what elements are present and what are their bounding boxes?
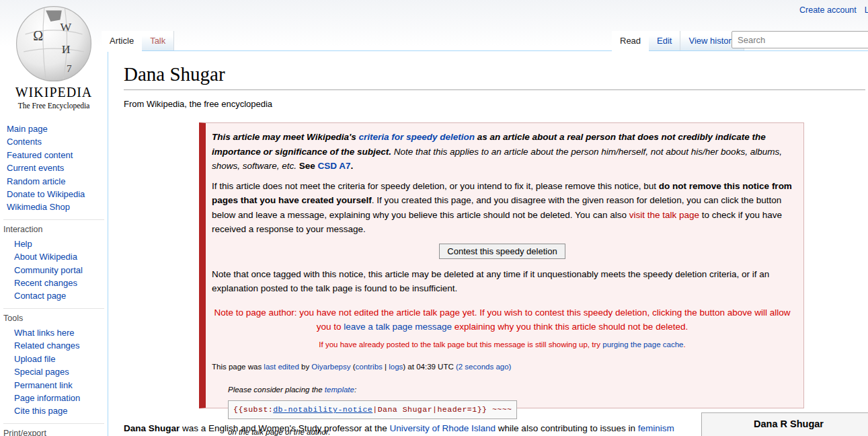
notice-text: (: [351, 363, 356, 371]
globe-glyph-omega: Ω: [33, 28, 43, 43]
user-oiyarbepsy-link[interactable]: Oiyarbepsy: [311, 363, 350, 371]
sidebar-item-what-links-here[interactable]: What links here: [14, 328, 75, 338]
notice-text: .: [351, 161, 354, 171]
notice-text: See: [297, 161, 318, 171]
sidebar-item-special-pages[interactable]: Special pages: [14, 367, 69, 377]
sidebar-section-print-export: Print/export Create a book: [3, 423, 104, 436]
sidebar-section-interaction: Interaction Help About Wikipedia Communi…: [3, 219, 104, 303]
notice-text: This page was: [212, 363, 264, 371]
sidebar-heading-tools: Tools: [3, 313, 104, 324]
login-link[interactable]: Lo: [865, 5, 868, 15]
globe-glyph-i: И: [62, 42, 71, 56]
university-of-rhode-island-link[interactable]: University of Rhode Island: [390, 423, 496, 433]
globe-glyph-w: W: [60, 20, 71, 34]
db-notability-notice-link[interactable]: db-notability-notice: [273, 405, 372, 414]
sidebar-item-random-article[interactable]: Random article: [7, 176, 65, 186]
sidebar-item-recent-changes[interactable]: Recent changes: [14, 278, 77, 288]
code-text: |Dana Shugar|header=1}} ~~~~: [372, 405, 512, 414]
speedy-deletion-notice: This article may meet Wikipedia's criter…: [199, 122, 804, 408]
sidebar-main-links: Main page Contents Featured content Curr…: [0, 122, 107, 214]
note-to-page-author: Note to page author: you have not edited…: [212, 305, 793, 334]
leave-talk-page-message-link[interactable]: leave a talk page message: [344, 322, 452, 332]
code-text: {{subst:: [233, 405, 273, 414]
sidebar: Main page Contents Featured content Curr…: [0, 122, 107, 436]
tab-article[interactable]: Article: [102, 31, 142, 52]
notice-text: Please consider placing the: [228, 386, 325, 394]
notice-text: :: [354, 386, 356, 394]
sidebar-heading-interaction: Interaction: [3, 224, 104, 235]
sidebar-item-donate[interactable]: Donate to Wikipedia: [7, 189, 85, 199]
wikipedia-logo[interactable]: Ω W И 7 WIKIPEDIA The Free Encyclopedia: [0, 0, 108, 114]
sidebar-item-upload-file[interactable]: Upload file: [14, 354, 55, 364]
search-input[interactable]: [732, 31, 868, 48]
notice-paragraph-2: If this article does not meet the criter…: [212, 179, 793, 237]
sidebar-item-current-events[interactable]: Current events: [7, 163, 64, 173]
notice-text: If you have already posted to the talk p…: [319, 340, 602, 349]
sidebar-item-wikimedia-shop[interactable]: Wikimedia Shop: [7, 202, 70, 212]
sidebar-item-page-information[interactable]: Page information: [14, 393, 80, 403]
purging-page-cache-link[interactable]: purging the page cache: [602, 340, 683, 349]
notice-text: by: [299, 363, 312, 371]
sidebar-item-community-portal[interactable]: Community portal: [14, 265, 83, 275]
wikipedia-globe-icon: Ω W И 7: [14, 4, 93, 83]
sidebar-item-contact-page[interactable]: Contact page: [14, 291, 66, 301]
wikipedia-wordmark: WIKIPEDIA: [0, 85, 108, 100]
csd-a7-link[interactable]: CSD A7: [318, 161, 351, 171]
create-account-link[interactable]: Create account: [799, 5, 857, 15]
infobox-title: Dana R Shugar: [702, 419, 868, 429]
page-tabs-left: Article Talk: [102, 31, 174, 52]
notice-text: If this article does not meet the criter…: [212, 181, 659, 191]
criteria-for-speedy-deletion-link[interactable]: criteria for speedy deletion: [358, 132, 475, 142]
sidebar-item-contents[interactable]: Contents: [7, 137, 42, 147]
notice-text: explaining why you think this article sh…: [452, 322, 688, 332]
sidebar-item-main-page[interactable]: Main page: [7, 124, 48, 134]
contribs-link[interactable]: contribs: [356, 363, 383, 371]
sidebar-item-featured-content[interactable]: Featured content: [7, 150, 73, 160]
notice-paragraph-1: This article may meet Wikipedia's criter…: [212, 130, 793, 174]
notice-text: This article may meet Wikipedia's: [212, 132, 358, 142]
tab-talk[interactable]: Talk: [142, 31, 174, 50]
feminism-link[interactable]: feminism: [638, 423, 674, 433]
contest-speedy-deletion-button[interactable]: Contest this speedy deletion: [439, 244, 565, 259]
personal-bar: Create accountLo: [799, 5, 868, 15]
last-edited-line: This page was last edited by Oiyarbepsy …: [212, 360, 793, 375]
purge-cache-note: If you have already posted to the talk p…: [212, 340, 793, 350]
sidebar-item-help[interactable]: Help: [14, 239, 32, 249]
content-top-border: [108, 50, 868, 51]
consider-template-line: Please consider placing the template:: [228, 383, 793, 398]
globe-glyph-7: 7: [67, 63, 72, 74]
sidebar-item-cite-this-page[interactable]: Cite this page: [14, 406, 68, 416]
infobox: Dana R Shugar: [701, 412, 868, 436]
logs-link[interactable]: logs: [389, 363, 403, 371]
tab-read[interactable]: Read: [612, 31, 649, 52]
template-link[interactable]: template: [325, 386, 354, 394]
article-text: while also contributing to issues in: [496, 423, 638, 433]
article-text: was a English and Women's Study professo…: [180, 423, 389, 433]
notice-text: ) at 04:39 UTC: [403, 363, 456, 371]
article-subject-name: Dana Shugar: [124, 423, 180, 433]
sidebar-item-permanent-link[interactable]: Permanent link: [14, 380, 73, 390]
page-title: Dana Shugar: [124, 63, 865, 90]
visit-the-talk-page-link[interactable]: visit the talk page: [629, 210, 699, 220]
site-subtitle: From Wikipedia, the free encyclopedia: [124, 99, 272, 109]
template-code-box: {{subst:db-notability-notice|Dana Shugar…: [228, 400, 517, 419]
article-lead-paragraph: Dana Shugar was a English and Women's St…: [124, 421, 694, 436]
last-edited-link[interactable]: last edited: [264, 363, 299, 371]
content-left-border: [108, 50, 108, 436]
notice-text: |: [383, 363, 389, 371]
sidebar-item-about-wikipedia[interactable]: About Wikipedia: [14, 252, 77, 262]
page-tabs-right: Read Edit View history: [612, 31, 744, 52]
notice-paragraph-3: Note that once tagged with this notice, …: [212, 267, 793, 296]
sidebar-heading-print-export: Print/export: [3, 428, 104, 436]
tab-edit[interactable]: Edit: [649, 31, 680, 50]
sidebar-section-tools: Tools What links here Related changes Up…: [3, 308, 104, 418]
sidebar-item-related-changes[interactable]: Related changes: [14, 340, 80, 351]
seconds-ago-link[interactable]: (2 seconds ago): [456, 363, 511, 371]
wikipedia-tagline: The Free Encyclopedia: [0, 102, 108, 110]
notice-text: .: [683, 340, 685, 349]
